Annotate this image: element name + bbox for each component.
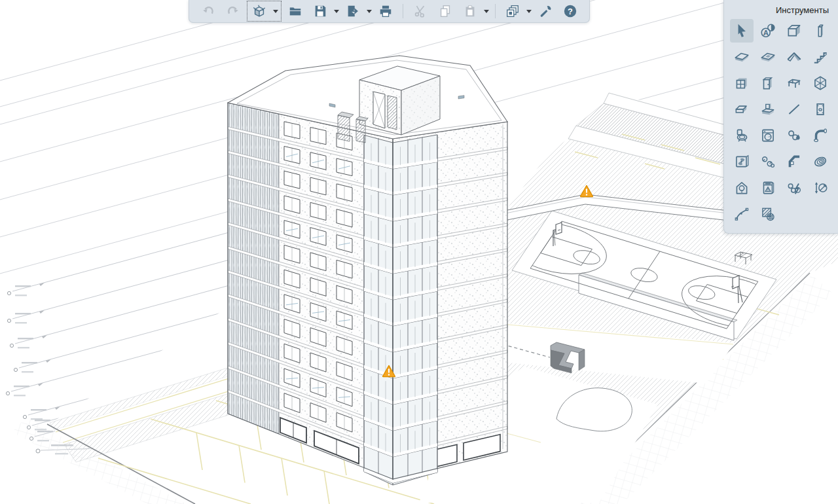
tool-beam[interactable] — [730, 98, 754, 121]
tool-axis-line[interactable] — [782, 98, 806, 121]
pipe-fitting-icon — [812, 127, 829, 144]
export-icon — [344, 2, 362, 20]
tool-door[interactable] — [756, 71, 780, 95]
tool-plumbing-fixture[interactable] — [730, 124, 754, 147]
elevator-icon — [812, 101, 829, 118]
undo-button[interactable] — [197, 2, 219, 20]
tool-duct-network[interactable] — [756, 150, 780, 173]
tool-pipeline[interactable] — [782, 124, 806, 147]
redo-button[interactable] — [222, 2, 244, 20]
annotation-icon — [759, 22, 776, 39]
export-dropdown-caret[interactable] — [367, 10, 372, 13]
open-button[interactable] — [284, 2, 306, 20]
tool-roof[interactable] — [782, 45, 806, 69]
wall-icon — [786, 22, 803, 39]
view-3d-button[interactable] — [247, 1, 282, 22]
tool-stairs[interactable] — [809, 45, 832, 69]
stairs-icon — [812, 48, 829, 65]
settings-icon — [536, 2, 555, 20]
tool-floor-opening[interactable] — [756, 45, 780, 69]
tool-wall[interactable] — [782, 19, 806, 43]
export-button[interactable] — [342, 2, 372, 20]
plumbing-fixture-icon — [733, 127, 750, 144]
undo-icon — [199, 2, 217, 20]
toolbar-separator — [495, 4, 496, 18]
window-icon — [733, 75, 750, 92]
duct-fitting-icon — [786, 153, 803, 170]
tool-furniture[interactable] — [782, 71, 806, 95]
paste-dropdown-caret[interactable] — [484, 10, 489, 13]
viewport-3d[interactable] — [0, 0, 838, 504]
light-fixture-icon — [733, 179, 750, 196]
tool-ventilation-unit[interactable] — [730, 150, 754, 173]
view-3d-icon — [250, 2, 268, 20]
print-icon — [376, 2, 395, 20]
tool-hatch[interactable] — [756, 202, 780, 226]
tool-foundation[interactable] — [756, 98, 780, 121]
cut-icon — [411, 2, 429, 20]
beam-icon — [733, 101, 750, 118]
view-3d-dropdown-caret[interactable] — [273, 10, 278, 13]
door-icon — [759, 75, 776, 92]
save-button[interactable] — [309, 2, 339, 20]
tool-round-duct[interactable] — [809, 150, 832, 173]
tool-spline[interactable] — [730, 202, 754, 226]
application-window: Инструменты — [0, 0, 838, 504]
floor-opening-icon — [759, 48, 776, 65]
visibility-dropdown-caret[interactable] — [526, 10, 532, 13]
electrical-circuit-icon — [786, 179, 803, 196]
tool-equipment[interactable] — [756, 124, 780, 147]
tool-select[interactable] — [730, 19, 754, 43]
tool-duct-fitting[interactable] — [782, 150, 806, 173]
duct-network-icon — [759, 153, 776, 170]
tool-window[interactable] — [730, 71, 754, 95]
tool-light-fixture[interactable] — [730, 176, 754, 200]
tool-elevator[interactable] — [809, 98, 832, 121]
main-toolbar — [189, 0, 590, 23]
column-icon — [812, 22, 829, 39]
tools-panel-title: Инструменты — [724, 0, 838, 18]
tool-column[interactable] — [809, 19, 832, 43]
tool-annotation[interactable] — [756, 19, 780, 43]
warning-icon[interactable] — [579, 184, 594, 198]
settings-button[interactable] — [534, 2, 556, 20]
cut-button[interactable] — [409, 2, 431, 20]
floor-icon — [733, 48, 750, 65]
tool-pipe-fitting[interactable] — [809, 124, 832, 147]
paste-button[interactable] — [459, 2, 489, 20]
tools-grid — [724, 18, 838, 227]
save-dropdown-caret[interactable] — [334, 10, 339, 13]
roof-icon — [786, 48, 803, 65]
toolbar-separator — [403, 4, 403, 18]
tool-solid-element[interactable] — [809, 71, 832, 95]
tool-electrical-panel[interactable] — [756, 176, 780, 200]
spline-icon — [733, 206, 750, 223]
redo-icon — [224, 2, 242, 20]
tools-panel: Инструменты — [723, 0, 838, 234]
save-icon — [311, 2, 329, 20]
tool-floor[interactable] — [730, 45, 754, 69]
warning-icon[interactable] — [382, 364, 396, 378]
tool-electrical-circuit[interactable] — [782, 176, 806, 200]
open-icon — [286, 2, 304, 20]
axis-line-icon — [786, 101, 803, 118]
round-duct-icon — [812, 153, 829, 170]
electrical-panel-icon — [759, 179, 776, 196]
copy-button[interactable] — [434, 2, 456, 20]
building-model[interactable] — [228, 56, 507, 485]
solid-element-icon — [812, 75, 829, 92]
select-icon — [733, 22, 750, 39]
ventilation-unit-icon — [733, 153, 750, 170]
paste-icon — [461, 2, 479, 20]
hatch-icon — [759, 206, 776, 223]
tool-dimension[interactable] — [809, 176, 832, 200]
help-button[interactable] — [559, 2, 581, 20]
pipeline-icon — [786, 127, 803, 144]
furniture-icon — [786, 75, 803, 92]
visibility-button[interactable] — [501, 2, 532, 20]
help-icon — [561, 2, 579, 20]
print-button[interactable] — [374, 2, 397, 20]
foundation-icon — [759, 101, 776, 118]
equipment-icon — [759, 127, 776, 144]
copy-icon — [436, 2, 454, 20]
